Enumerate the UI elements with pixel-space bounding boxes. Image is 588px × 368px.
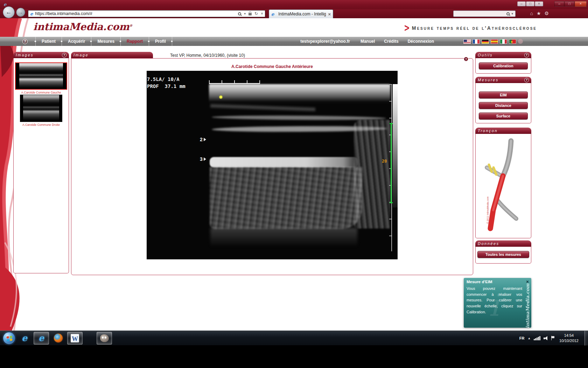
help-icon[interactable]: ? xyxy=(524,78,529,82)
help-icon[interactable]: ? xyxy=(22,39,28,44)
ultrasound-thumbnail-image[interactable] xyxy=(15,62,67,90)
taskbar-clock[interactable]: 14:54 10/10/2012 xyxy=(559,333,579,343)
data-panel: Données Toutes les mesures xyxy=(475,240,531,264)
forward-button[interactable]: → xyxy=(16,8,25,17)
ultrasound-texture xyxy=(209,84,390,104)
spain-flag-icon[interactable] xyxy=(491,39,498,44)
tagline-text: Mesure temps réel de l'Athérosclérose xyxy=(412,25,537,31)
registered-mark: ® xyxy=(130,24,133,27)
logo-text: intimaMedia.com xyxy=(33,21,130,33)
nav-right: testvpexplorer@yahoo.fr Manuel Crédits D… xyxy=(300,37,588,46)
thumbnail-carotide-gauche[interactable]: A.Carotide Commune Gauche xyxy=(15,62,67,94)
ultrasound-texture xyxy=(210,228,357,247)
thumbnail-carotide-droite[interactable]: A.Carotide Commune Droite xyxy=(20,95,62,127)
germany-flag-icon[interactable] xyxy=(482,39,489,44)
taskbar-word-running[interactable]: W xyxy=(67,332,83,345)
tools-panel-title: Outils xyxy=(478,53,493,57)
extra-flag-icon[interactable] xyxy=(518,39,523,44)
watermark-i: i xyxy=(489,287,499,323)
france-flag-icon[interactable] xyxy=(472,39,480,44)
measures-panel: Mesures ? EIM Distance Surface xyxy=(475,77,531,123)
window-icon: e xyxy=(4,2,6,7)
browser-tab[interactable]: e IntimaMedia.com - Intellig... × xyxy=(269,9,333,18)
ie-icon: e xyxy=(38,333,44,343)
marker-2-label: 2 xyxy=(200,137,203,142)
search-dropdown-icon[interactable]: ▾ xyxy=(244,12,246,15)
us-flag-icon[interactable] xyxy=(463,39,471,44)
grayscale-bar xyxy=(393,84,398,207)
calibration-button[interactable]: Calibration xyxy=(479,62,528,69)
deconnexion-link[interactable]: Déconnexion xyxy=(408,39,434,44)
credits-link[interactable]: Crédits xyxy=(384,39,398,44)
site-favicon: e xyxy=(30,11,33,16)
system-tray: FR ▲ 14:54 10/10/2012 xyxy=(519,331,588,346)
italy-flag-icon[interactable] xyxy=(500,39,507,44)
search-dropdown-icon[interactable]: ▾ xyxy=(511,12,513,15)
network-icon[interactable] xyxy=(534,336,540,340)
nav-item-patient[interactable]: Patient xyxy=(36,39,62,44)
all-measures-button[interactable]: Toutes les mesures xyxy=(477,251,529,258)
site-logo[interactable]: intimaMedia.com® xyxy=(33,21,133,33)
taskbar-ie-pinned[interactable]: e xyxy=(17,332,32,345)
home-icon[interactable]: ⌂ xyxy=(530,11,533,16)
surface-button[interactable]: Surface xyxy=(479,113,528,120)
toolbar-search-box[interactable]: ▾ xyxy=(453,11,516,17)
ultrasound-texture xyxy=(210,104,315,111)
eim-button[interactable]: EIM xyxy=(479,91,528,98)
carotid-artery-diagram[interactable]: © 2011 IntimaMedia.com xyxy=(477,135,530,237)
thumbnail-label: A.Carotide Commune Gauche xyxy=(15,91,67,94)
bg-minimize-button[interactable]: – xyxy=(517,1,526,6)
manuel-link[interactable]: Manuel xyxy=(360,39,375,44)
tab-close-icon[interactable]: × xyxy=(328,12,331,17)
ultrasound-overlay-text: PROF 37.1 mm xyxy=(147,83,186,89)
image-panel-title: Image xyxy=(74,53,89,57)
bg-close-button[interactable]: × xyxy=(535,1,543,6)
background-window-controls: – □ × xyxy=(517,1,543,6)
portugal-flag-icon[interactable] xyxy=(509,39,516,44)
url-text[interactable]: https://beta.intimamedia.com/# xyxy=(35,11,238,16)
ultrasound-texture xyxy=(210,157,358,168)
action-center-flag-icon[interactable] xyxy=(551,336,555,340)
ultrasound-thumbnail-image[interactable] xyxy=(20,95,62,122)
chevron-icon: > xyxy=(404,22,409,34)
nav-item-mesures[interactable]: Mesures xyxy=(91,39,120,44)
search-icon[interactable] xyxy=(238,12,241,15)
show-desktop-button[interactable] xyxy=(584,331,588,346)
site-header: intimaMedia.com® > Mesure temps réel de … xyxy=(0,18,588,37)
back-button[interactable]: ← xyxy=(3,6,15,18)
hidden-icons-chevron[interactable]: ▲ xyxy=(528,336,531,340)
nav-item-rapport[interactable]: Rapport xyxy=(121,39,149,44)
troncon-panel: Tronçon © 2011 IntimaMedia.com xyxy=(475,128,531,238)
data-panel-title: Données xyxy=(478,241,499,246)
close-button[interactable]: × xyxy=(575,1,587,7)
start-button[interactable] xyxy=(3,332,15,345)
nav-item-acquerir[interactable]: Acquérir xyxy=(62,39,91,44)
nav-items: Patient Acquérir Mesures Rapport Profil xyxy=(35,37,172,46)
bg-maximize-button[interactable]: □ xyxy=(526,1,534,6)
tools-gear-icon[interactable]: ⚙ xyxy=(544,11,549,16)
browser-titlebar: e – □ × – □ × xyxy=(0,0,588,9)
stop-icon[interactable]: × xyxy=(261,11,263,16)
ultrasound-image[interactable]: 20 2 3 7.5LA/ 10/A PROF 37.1 mm xyxy=(147,71,398,259)
help-icon[interactable]: ? xyxy=(62,53,66,57)
favorites-star-icon[interactable]: ★ xyxy=(537,11,541,16)
language-indicator[interactable]: FR xyxy=(519,336,525,340)
help-icon[interactable]: ? xyxy=(524,53,529,57)
taskbar-gimp-running[interactable] xyxy=(97,332,112,345)
address-bar[interactable]: e https://beta.intimamedia.com/# ▾ ↻ × xyxy=(28,10,265,17)
volume-icon[interactable] xyxy=(544,336,548,340)
refresh-icon[interactable]: ↻ xyxy=(254,11,258,16)
thumbnail-label: A.Carotide Commune Droite xyxy=(15,123,67,127)
gimp-icon xyxy=(100,334,109,342)
taskbar-firefox[interactable] xyxy=(50,332,66,345)
nav-item-profil[interactable]: Profil xyxy=(149,39,172,44)
lock-icon xyxy=(248,13,252,15)
user-email: testvpexplorer@yahoo.fr xyxy=(300,39,350,44)
help-icon[interactable]: ? xyxy=(464,57,468,61)
measurement-scale-line xyxy=(391,123,392,203)
maximize-button[interactable]: □ xyxy=(565,1,574,7)
taskbar-ie-running[interactable]: e xyxy=(34,332,49,345)
nav-separator xyxy=(172,37,172,46)
distance-button[interactable]: Distance xyxy=(479,102,528,109)
minimize-button[interactable]: – xyxy=(554,1,564,7)
